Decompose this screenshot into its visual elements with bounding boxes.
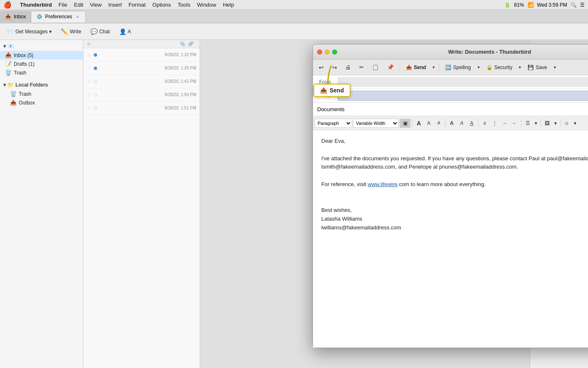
indent-button[interactable]: → xyxy=(500,119,509,128)
redo-button[interactable]: ↪ xyxy=(329,62,340,72)
body-paragraph2: For reference, visit www.lifewire.com to… xyxy=(321,180,588,189)
drafts-label: Drafts (1) xyxy=(14,61,35,67)
paragraph-style-select[interactable]: Paragraph xyxy=(315,119,352,128)
menu-edit[interactable]: Edit xyxy=(74,2,83,8)
menu-file[interactable]: File xyxy=(59,2,68,8)
decrease-font-size-button[interactable]: A xyxy=(434,119,443,128)
email-list-header: ☆ 📎 🔗 xyxy=(83,40,200,48)
menu-view[interactable]: View xyxy=(90,2,102,8)
italic-button[interactable]: A xyxy=(457,119,466,128)
tab-close-button[interactable]: ✕ xyxy=(75,14,80,20)
account-header[interactable]: ▾ 📧 xyxy=(0,42,83,51)
star-icon[interactable]: ☆ xyxy=(87,65,91,71)
star-icon[interactable]: ☆ xyxy=(87,52,91,58)
spelling-button[interactable]: 🔤 Spelling xyxy=(442,63,474,72)
lifewire-link[interactable]: www.lifewire xyxy=(368,181,398,187)
font-select[interactable]: Variable Width xyxy=(353,119,399,128)
menu-options[interactable]: Options xyxy=(153,2,171,8)
signature-email: lwilliams@fakeemailaddress.com xyxy=(321,224,588,232)
emoji-dropdown-button[interactable]: ▾ xyxy=(572,119,578,128)
tab-bar: 📥 Inbox ⚙️ Preferences ✕ xyxy=(0,10,588,23)
write-button[interactable]: ✏️ Write xyxy=(58,27,85,37)
email-row[interactable]: ☆ 9/28/20, 1:41 PM xyxy=(83,75,200,88)
email-row[interactable]: ☆ 9/28/20, 1:32 PM xyxy=(83,48,200,62)
get-messages-button[interactable]: 📨 Get Messages ▾ xyxy=(3,27,55,37)
read-indicator xyxy=(94,107,97,110)
outdent-button[interactable]: ← xyxy=(510,119,519,128)
menu-help[interactable]: Help xyxy=(223,2,234,8)
format-divider xyxy=(560,119,560,127)
write-icon: ✏️ xyxy=(61,28,68,35)
send-dropdown-button[interactable]: ▾ xyxy=(431,64,436,70)
security-dropdown-button[interactable]: ▾ xyxy=(517,64,523,70)
security-button[interactable]: 🔒 Security xyxy=(483,63,515,72)
block-format-button[interactable]: ▣ xyxy=(400,119,410,128)
address-book-button[interactable]: 👤 A xyxy=(116,27,135,37)
minimize-button[interactable] xyxy=(325,50,330,55)
star-icon[interactable]: ☆ xyxy=(87,79,91,85)
format-divider xyxy=(521,119,521,127)
local-folders-header[interactable]: ▾ 📁 Local Folders xyxy=(0,80,83,90)
close-button[interactable] xyxy=(317,50,322,55)
send-label: Send xyxy=(414,65,426,70)
search-icon[interactable]: 🔍 xyxy=(570,2,577,8)
align-dropdown-button[interactable]: ▾ xyxy=(533,119,539,128)
copy-button[interactable]: 📋 xyxy=(369,62,382,72)
chat-button[interactable]: 💬 Chat xyxy=(87,27,113,37)
wifi-icon: 📶 xyxy=(528,2,534,8)
to-field-row: To xyxy=(313,89,588,103)
format-toolbar: Paragraph Variable Width ▣ A A A A A A ≡… xyxy=(313,116,588,130)
email-row[interactable]: ☆ 9/28/20, 1:35 PM xyxy=(83,62,200,75)
menu-format[interactable]: Format xyxy=(128,2,145,8)
save-button[interactable]: 💾 Save xyxy=(524,63,550,72)
menu-insert[interactable]: Insert xyxy=(108,2,122,8)
account-chevron-icon: ▾ xyxy=(3,43,6,49)
subject-input[interactable] xyxy=(313,104,588,115)
paste-button[interactable]: 📌 xyxy=(384,62,397,72)
tab-preferences[interactable]: ⚙️ Preferences ✕ xyxy=(31,11,86,22)
spelling-dropdown-button[interactable]: ▾ xyxy=(476,64,481,70)
sidebar-item-trash[interactable]: 🗑️ Trash xyxy=(0,68,83,77)
control-center-icon[interactable]: ☰ xyxy=(580,2,585,8)
image-dropdown-button[interactable]: ▾ xyxy=(553,119,558,128)
increase-font-size-button[interactable]: A xyxy=(414,119,423,128)
local-folders-section: ▾ 📁 Local Folders 🗑️ Trash 📤 Outbox xyxy=(0,79,83,109)
security-lock-icon: 🔒 xyxy=(486,65,493,70)
email-date: 9/28/20, 1:32 PM xyxy=(165,52,196,57)
font-size-button[interactable]: A xyxy=(424,119,433,128)
menu-tools[interactable]: Tools xyxy=(178,2,190,8)
body-closing: Best wishes, xyxy=(321,206,588,215)
bold-button[interactable]: A xyxy=(447,119,456,128)
main-toolbar: 📨 Get Messages ▾ ✏️ Write 💬 Chat 👤 A xyxy=(0,23,588,40)
sidebar-item-local-trash[interactable]: 🗑️ Trash xyxy=(0,90,83,98)
cut-button[interactable]: ✂ xyxy=(356,62,367,72)
undo-button[interactable]: ↩ xyxy=(315,62,327,72)
signature-name: Latasha Williams xyxy=(321,215,588,224)
tab-inbox[interactable]: 📥 Inbox xyxy=(0,11,31,22)
star-icon[interactable]: ☆ xyxy=(87,105,91,111)
ordered-list-button[interactable]: ⋮ xyxy=(490,119,499,128)
print-button[interactable]: 🖨 xyxy=(342,62,354,72)
menu-window[interactable]: Window xyxy=(197,2,216,8)
emoji-button[interactable]: ☺ xyxy=(562,119,571,128)
preferences-tab-label: Preferences xyxy=(45,14,72,20)
unordered-list-button[interactable]: ≡ xyxy=(480,119,489,128)
compose-body[interactable]: Dear Eva, I've attached the documents yo… xyxy=(313,130,588,348)
insert-image-button[interactable]: 🖼 xyxy=(543,119,552,128)
apple-menu[interactable]: 🍎 xyxy=(3,1,12,9)
save-dropdown-button[interactable]: ▾ xyxy=(552,64,558,70)
sidebar-item-drafts[interactable]: 📝 Drafts (1) xyxy=(0,60,83,68)
email-row[interactable]: ☆ 9/28/20, 1:50 PM xyxy=(83,88,200,102)
maximize-button[interactable] xyxy=(332,50,337,55)
send-button[interactable]: 📤 Send xyxy=(403,63,429,72)
underline-button[interactable]: A xyxy=(467,119,476,128)
security-label: Security xyxy=(494,65,512,70)
account-section: ▾ 📧 📥 Inbox (5) 📝 Drafts (1) 🗑️ Trash xyxy=(0,40,83,79)
star-icon[interactable]: ☆ xyxy=(87,92,91,98)
body-greeting: Dear Eva, xyxy=(321,137,588,146)
email-row[interactable]: ☆ 9/28/20, 1:51 PM xyxy=(83,102,200,115)
sidebar-item-outbox[interactable]: 📤 Outbox xyxy=(0,98,83,107)
sidebar-item-inbox[interactable]: 📥 Inbox (5) xyxy=(0,51,83,60)
align-button[interactable]: ☰ xyxy=(523,119,532,128)
get-messages-dropdown-icon[interactable]: ▾ xyxy=(49,29,52,35)
